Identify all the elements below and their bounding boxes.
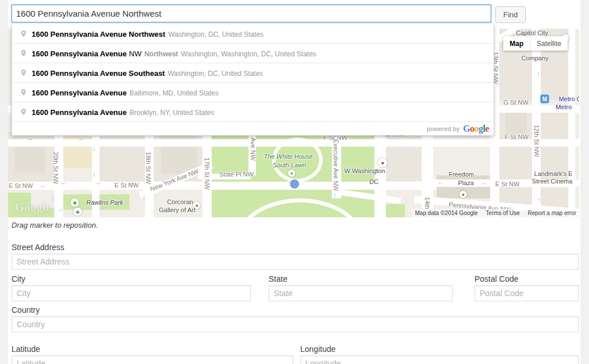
map-label: Corcoran	[167, 198, 193, 205]
map-label: G St NW	[503, 99, 528, 106]
map-label: DC	[369, 178, 378, 185]
page-gutter-right	[580, 0, 589, 364]
map-label: State Pl NW	[219, 171, 254, 178]
tree-icon: ♣	[74, 208, 82, 216]
map-label: Metro C	[559, 95, 579, 102]
state-label: State	[269, 274, 288, 283]
map-attribution: Map data ©2014 Google Terms of Use Repor…	[412, 209, 579, 217]
map-pin-icon	[20, 28, 28, 39]
map-label: Plaza	[458, 179, 474, 186]
one-way-arrow-icon: ←	[60, 178, 67, 186]
map-label: South Lawn	[273, 162, 306, 168]
autocomplete-item-text: 1600 Pennsylvania Avenue Northwest	[32, 30, 165, 39]
autocomplete-item-text: Washington, Washington, DC, United State…	[181, 50, 316, 58]
one-way-arrow-icon: ↑	[537, 196, 541, 204]
street-address-field[interactable]	[12, 254, 579, 270]
map-label: E Executive Ave NW	[332, 133, 339, 191]
country-label: Country	[12, 305, 40, 315]
map-label: Landmark's E	[534, 170, 573, 177]
one-way-arrow-icon: ↑	[142, 194, 146, 202]
map-label: Gallery of Art	[159, 206, 196, 213]
report-map-error-link[interactable]: Report a map error	[528, 210, 576, 216]
page-gutter-left	[0, 0, 8, 364]
autocomplete-item-text: Baltimore, MD, United States	[129, 89, 219, 97]
google-logo: Google	[463, 124, 489, 134]
autocomplete-footer: powered by Google	[12, 121, 494, 135]
autocomplete-item-text: NW	[129, 49, 141, 58]
one-way-arrow-icon: ←	[437, 178, 444, 186]
google-watermark: Google	[15, 200, 51, 214]
one-way-arrow-icon: ←	[95, 178, 102, 186]
city-field[interactable]	[12, 285, 251, 301]
poi-green-icon: ■	[288, 170, 296, 177]
autocomplete-item-text: 1600 Pennsylvania Avenue	[32, 108, 127, 117]
map-label: Street Cinema	[532, 178, 572, 185]
map-label: 17th St NW	[204, 158, 211, 190]
latitude-label: Latitude	[12, 344, 40, 354]
map-label: Freedom	[449, 171, 474, 178]
autocomplete-item[interactable]: 1600 Pennsylvania Avenue NorthwestWashin…	[12, 24, 494, 43]
map-label: The White House	[264, 153, 313, 160]
latitude-field[interactable]	[12, 355, 293, 364]
map-type-map-button[interactable]: Map	[503, 36, 530, 51]
map-label: F St NW	[504, 133, 529, 140]
metro-icon: M	[541, 95, 549, 104]
autocomplete-dropdown: 1600 Pennsylvania Avenue NorthwestWashin…	[12, 24, 494, 136]
one-way-arrow-icon: ←	[481, 178, 488, 186]
one-way-arrow-icon: ↑	[537, 70, 540, 78]
map-pin-icon	[20, 106, 28, 117]
map-label: 12th St NW	[533, 125, 540, 157]
address-search-input[interactable]	[12, 5, 491, 22]
map-type-control: Map Satellite	[503, 36, 568, 51]
autocomplete-item-text: Northwest	[144, 50, 178, 58]
map-label: W Washington	[344, 167, 385, 174]
street-address-label: Street Address	[12, 243, 64, 252]
autocomplete-item-text: Washington, DC, United States	[168, 70, 263, 78]
map-label: Metro	[556, 104, 572, 110]
city-label: City	[12, 274, 25, 283]
map-label: Rawlins Park	[86, 199, 123, 206]
autocomplete-item[interactable]: 1600 Pennsylvania AvenueBaltimore, MD, U…	[12, 82, 494, 102]
autocomplete-item-text: 1600 Pennsylvania Avenue	[32, 49, 127, 58]
autocomplete-item-text: 1600 Pennsylvania Avenue Southeast	[32, 69, 165, 78]
autocomplete-item[interactable]: 1600 Pennsylvania AvenueBrooklyn, NY, Un…	[12, 102, 494, 121]
map-marker[interactable]	[290, 179, 299, 189]
map-pin-icon	[20, 87, 28, 98]
longitude-label: Longitude	[300, 344, 336, 354]
powered-by-text: powered by	[427, 125, 460, 132]
autocomplete-item-text: Washington, DC, United States	[168, 30, 263, 39]
autocomplete-item[interactable]: 1600 Pennsylvania AvenueNWNorthwestWashi…	[12, 43, 494, 63]
terms-of-use-link[interactable]: Terms of Use	[486, 210, 520, 216]
map-data-text: Map data ©2014 Google	[415, 210, 477, 216]
map-label: Capitol City	[516, 29, 548, 36]
map-label: E St NW	[9, 182, 33, 189]
tree-icon: ♣	[71, 198, 79, 207]
map-pin-icon	[20, 48, 28, 59]
postal-code-label: Postal Code	[475, 274, 518, 283]
map-label: 20th St NW	[52, 152, 59, 184]
map-type-satellite-button[interactable]: Satellite	[530, 36, 568, 51]
one-way-arrow-icon: ↓	[92, 144, 95, 152]
autocomplete-list: 1600 Pennsylvania Avenue NorthwestWashin…	[12, 24, 494, 121]
map-label: New York Ave NW	[149, 167, 199, 192]
map-label: Company	[521, 55, 548, 62]
one-way-arrow-icon: →	[57, 205, 64, 213]
longitude-field[interactable]	[300, 355, 579, 364]
postal-code-field[interactable]	[475, 285, 579, 301]
hotel-icon: ■	[378, 158, 388, 168]
autocomplete-item-text: 1600 Pennsylvania Avenue	[32, 89, 127, 97]
drag-marker-hint: Drag marker to reposition.	[12, 221, 98, 229]
poi-brown-icon: ■	[460, 191, 467, 198]
autocomplete-item[interactable]: 1600 Pennsylvania Avenue SoutheastWashin…	[12, 63, 494, 82]
one-way-arrow-icon: ↑	[333, 191, 336, 200]
one-way-arrow-icon: ←	[40, 181, 47, 189]
one-way-arrow-icon: ←	[129, 178, 136, 186]
one-way-arrow-icon: ↓	[92, 170, 95, 178]
state-field[interactable]	[269, 285, 453, 301]
autocomplete-item-text: Brooklyn, NY, United States	[129, 109, 214, 117]
map-pin-icon	[20, 67, 28, 78]
country-field[interactable]	[12, 316, 579, 332]
find-button[interactable]: Find	[495, 6, 526, 23]
poi-brown-icon: ■	[193, 202, 201, 209]
map-label: E St NW	[495, 181, 519, 187]
